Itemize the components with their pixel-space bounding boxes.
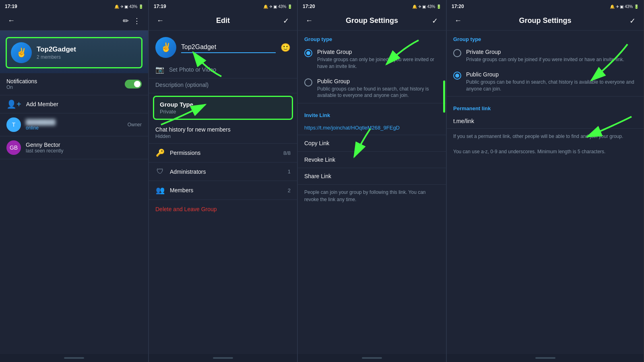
bottom-dot-3 — [362, 357, 382, 359]
public-group-option-4[interactable]: Public Group Public groups can be found … — [447, 67, 644, 97]
public-group-option[interactable]: Public Group Public groups can be found … — [298, 74, 446, 103]
menu-item-1[interactable]: 🛡 Administrators 1 — [149, 162, 297, 181]
invite-link-value[interactable]: https://t.me/joinchat/HOqtleM268_9FEgD — [298, 121, 446, 135]
set-photo-row[interactable]: 📷 Set Photo or Video — [149, 61, 297, 78]
private-group-option-4[interactable]: Private Group Private groups can only be… — [447, 45, 644, 67]
chat-history-val: Hidden — [155, 134, 291, 139]
edit-avatar[interactable]: ✌ — [155, 37, 176, 58]
member-status-0: online — [26, 125, 123, 131]
status-time-4: 17:20 — [452, 4, 464, 9]
member-row-0[interactable]: T ████████ online Owner — [0, 113, 148, 136]
description-row[interactable]: Description (optional) — [149, 78, 297, 93]
group-avatar: ✌ — [11, 42, 32, 63]
link-note: People can join your group by following … — [298, 185, 446, 207]
chat-history-row[interactable]: Chat history for new members Hidden — [149, 122, 297, 144]
member-name-0: ████████ — [26, 119, 123, 125]
member-avatar-1: GB — [6, 140, 21, 155]
status-time-1: 17:19 — [5, 4, 17, 9]
back-button-1[interactable]: ← — [6, 15, 17, 27]
delete-row[interactable]: Delete and Leave Group — [149, 200, 297, 218]
status-bar-3: 17:20 🔔 ✈ ▣ 43% 🔋 — [298, 0, 446, 11]
bottom-dot-4 — [535, 357, 555, 359]
notifications-toggle[interactable] — [125, 80, 142, 88]
invite-section: Invite Link https://t.me/joinchat/HOqtle… — [298, 103, 446, 210]
edit-button-1[interactable]: ✏ — [120, 15, 131, 27]
private-radio — [304, 49, 312, 57]
panel3-body: Group type Private Group Private groups … — [298, 31, 446, 354]
public-group-desc: Public groups can be found in search, ch… — [317, 86, 440, 99]
owner-badge-0: Owner — [128, 122, 142, 128]
group-type-header-4: Group type — [447, 31, 644, 45]
member-status-1: last seen recently — [26, 148, 142, 154]
bottom-bar-2 — [149, 354, 297, 362]
panel2-body: ✌ 🙂 📷 Set Photo or Video Description (op… — [149, 31, 297, 354]
panel1-body: Notifications On 👤+ Add Member T ███████… — [0, 73, 148, 354]
permanent-link-value[interactable]: t.me/link — [453, 118, 637, 124]
panel-2: 17:19 🔔 ✈ ▣ 43% 🔋 ← Edit ✓ ✌ 🙂 📷 Set Pho… — [149, 0, 298, 362]
confirm-button-4[interactable]: ✓ — [627, 15, 638, 27]
group-members-1: 2 members — [37, 54, 76, 60]
status-icons-4: 🔔 ✈ ▣ 43% 🔋 — [610, 4, 639, 9]
back-button-4[interactable]: ← — [452, 15, 464, 27]
confirm-button-3[interactable]: ✓ — [429, 15, 440, 27]
private-group-desc-4: Private groups can only be joined if you… — [466, 56, 637, 63]
more-button-1[interactable]: ⋮ — [131, 15, 142, 27]
private-group-option[interactable]: Private Group Private groups can only be… — [298, 45, 446, 74]
panel-4: 17:20 🔔 ✈ ▣ 43% 🔋 ← Group Settings ✓ Gro… — [447, 0, 644, 362]
add-member-button[interactable]: 👤+ Add Member — [0, 95, 148, 113]
admins-label: Administrators — [170, 169, 206, 175]
group-name-input[interactable] — [181, 42, 276, 53]
notifications-row: Notifications On — [0, 73, 148, 95]
public-radio-4 — [453, 72, 461, 80]
permissions-badge: 8/8 — [283, 150, 291, 156]
group-settings-title-3: Group Settings — [315, 16, 429, 25]
status-time-3: 17:20 — [303, 4, 315, 9]
bottom-bar-4 — [447, 354, 644, 362]
group-type-header-3: Group type — [298, 31, 446, 45]
group-name-1: Top2Gadget — [37, 45, 76, 53]
status-bar-1: 17:19 🔔 ✈ ▣ 43% 🔋 — [0, 0, 148, 11]
perm-link-note-2: You can use a-z, 0-9 and underscores. Mi… — [447, 144, 644, 159]
top-bar-2: ← Edit ✓ — [149, 11, 297, 31]
status-icons-3: 🔔 ✈ ▣ 43% 🔋 — [412, 4, 441, 9]
name-input-area — [181, 42, 276, 53]
status-icons-1: 🔔 ✈ ▣ 43% 🔋 — [114, 4, 143, 9]
member-row-1[interactable]: GB Genny Bector last seen recently — [0, 136, 148, 159]
top-bar-1: ← ✏ ⋮ — [0, 11, 148, 31]
chat-history-label: Chat history for new members — [155, 126, 291, 133]
private-radio-4 — [453, 49, 461, 57]
back-button-3[interactable]: ← — [303, 15, 315, 27]
notif-label: Notifications — [6, 78, 37, 84]
group-type-box[interactable]: Group Type Private — [153, 96, 293, 120]
public-group-desc-4: Public groups can be found in search, ch… — [466, 79, 637, 93]
menu-item-2[interactable]: 👥 Members 2 — [149, 181, 297, 200]
member-avatar-0: T — [6, 117, 21, 132]
admins-icon: 🛡 — [155, 167, 165, 176]
emoji-button[interactable]: 🙂 — [281, 43, 291, 52]
private-group-desc: Private groups can only be joined if you… — [317, 56, 440, 70]
bottom-dot-1 — [64, 357, 84, 359]
status-bar-4: 17:20 🔔 ✈ ▣ 43% 🔋 — [447, 0, 644, 11]
panel1-header: ✌ Top2Gadget 2 members — [0, 31, 148, 73]
private-group-label-4: Private Group — [466, 49, 637, 55]
public-radio — [304, 78, 312, 86]
menu-item-0[interactable]: 🔑 Permissions 8/8 — [149, 144, 297, 162]
top-bar-3: ← Group Settings ✓ — [298, 11, 446, 31]
permanent-link-section: Permanent link t.me/link If you set a pe… — [447, 96, 644, 159]
permissions-label: Permissions — [170, 150, 200, 156]
perm-link-note-1: If you set a permanent link, other peopl… — [447, 129, 644, 144]
status-time-2: 17:19 — [154, 4, 166, 9]
confirm-button-2[interactable]: ✓ — [280, 15, 291, 27]
set-photo-label: Set Photo or Video — [169, 66, 216, 73]
revoke-link-action[interactable]: Revoke Link — [298, 152, 446, 168]
panel4-body: Group type Private Group Private groups … — [447, 31, 644, 354]
bottom-bar-1 — [0, 354, 148, 362]
share-link-action[interactable]: Share Link — [298, 168, 446, 185]
group-type-label: Group Type — [160, 101, 286, 108]
panel-3: 17:20 🔔 ✈ ▣ 43% 🔋 ← Group Settings ✓ Gro… — [298, 0, 447, 362]
members-badge: 2 — [288, 187, 291, 193]
copy-link-action[interactable]: Copy Link — [298, 135, 446, 152]
group-type-val: Private — [160, 109, 286, 115]
back-button-2[interactable]: ← — [155, 15, 166, 27]
description-label: Description (optional) — [155, 82, 208, 88]
